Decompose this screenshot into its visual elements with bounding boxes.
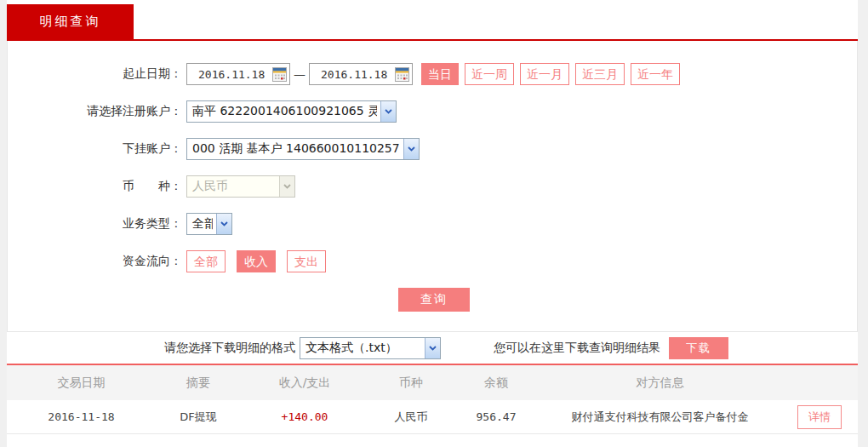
- header-counterparty: 对方信息: [539, 375, 781, 391]
- fund-flow-all-button[interactable]: 全部: [186, 250, 226, 272]
- cell-currency: 人民币: [368, 410, 454, 425]
- cell-income-expense: +140.00: [241, 410, 368, 423]
- chevron-down-icon[interactable]: [425, 338, 440, 358]
- header-trade-date: 交易日期: [7, 375, 156, 391]
- registered-account-row: 请选择注册账户： 南平 6222001406100921065 灵通卡: [8, 100, 857, 123]
- currency-label: 币 种：: [8, 179, 182, 194]
- date-from-value: 2016.11.18: [187, 68, 265, 81]
- cell-summary: DF提现: [156, 410, 241, 425]
- currency-row: 币 种： 人民币: [8, 175, 857, 198]
- download-format-value: 文本格式（.txt）: [300, 341, 397, 356]
- download-format-select[interactable]: 文本格式（.txt）: [300, 337, 441, 359]
- header-balance: 余额: [454, 375, 539, 391]
- query-button[interactable]: 查询: [398, 288, 470, 312]
- fund-flow-label: 资金流向：: [8, 254, 182, 269]
- cell-trade-date: 2016-11-18: [7, 410, 156, 423]
- date-range-row: 起止日期： 2016.11.18 —: [8, 63, 857, 85]
- chevron-down-icon[interactable]: [216, 214, 231, 234]
- sub-account-row: 下挂账户： 000 活期 基本户 1406600101102571848: [8, 138, 857, 160]
- cell-counterparty: 财付通支付科技有限公司客户备付金: [539, 410, 781, 425]
- tab-detail-query[interactable]: 明细查询: [7, 4, 134, 39]
- business-type-row: 业务类型： 全部: [8, 213, 857, 235]
- registered-account-value: 南平 6222001406100921065 灵通卡: [187, 104, 377, 119]
- business-type-value: 全部: [187, 216, 213, 232]
- quick-range-today-button[interactable]: 当日: [421, 63, 459, 85]
- chevron-down-icon[interactable]: [403, 139, 419, 159]
- fund-flow-income-button[interactable]: 收入: [237, 250, 276, 272]
- business-type-select[interactable]: 全部: [186, 213, 232, 235]
- header-income-expense: 收入/支出: [241, 375, 368, 391]
- date-range-label: 起止日期：: [8, 66, 182, 82]
- quick-range-week-button[interactable]: 近一周: [465, 63, 514, 85]
- download-hint: 您可以在这里下载查询明细结果: [494, 341, 660, 356]
- date-range-separator: —: [290, 67, 309, 81]
- header-currency: 币种: [368, 375, 454, 391]
- sub-account-select[interactable]: 000 活期 基本户 1406600101102571848: [186, 138, 420, 160]
- table-header-row: 交易日期 摘要 收入/支出 币种 余额 对方信息: [7, 365, 858, 400]
- business-type-label: 业务类型：: [8, 216, 182, 232]
- registered-account-select[interactable]: 南平 6222001406100921065 灵通卡: [186, 100, 397, 123]
- query-form: 起止日期： 2016.11.18 —: [7, 41, 858, 332]
- tab-label: 明细查询: [40, 14, 101, 30]
- result-table: 交易日期 摘要 收入/支出 币种 余额 对方信息 2016-11-18 DF提现…: [7, 364, 858, 434]
- table-row: 2016-11-18 DF提现 +140.00 人民币 956.47 财付通支付…: [7, 400, 858, 434]
- download-button[interactable]: 下载: [669, 337, 728, 359]
- download-row: 请您选择下载明细的格式 文本格式（.txt） 您可以在这里下载查询明细结果 下载: [7, 332, 858, 364]
- header-summary: 摘要: [156, 375, 241, 391]
- date-to-value: 2016.11.18: [310, 68, 387, 81]
- currency-select: 人民币: [186, 175, 295, 198]
- quick-range-year-button[interactable]: 近一年: [631, 63, 680, 85]
- sub-account-value: 000 活期 基本户 1406600101102571848: [187, 141, 400, 157]
- sub-account-label: 下挂账户：: [8, 141, 182, 157]
- date-from-input[interactable]: 2016.11.18: [186, 63, 290, 85]
- download-format-label: 请您选择下载明细的格式: [164, 341, 295, 356]
- fund-flow-expense-button[interactable]: 支出: [287, 250, 326, 272]
- currency-value: 人民币: [187, 179, 228, 194]
- quick-range-month-button[interactable]: 近一月: [520, 63, 569, 85]
- chevron-down-icon[interactable]: [380, 101, 396, 122]
- content-panel: 明细查询 起止日期： 2016.11.18: [7, 0, 858, 447]
- cell-balance: 956.47: [454, 410, 539, 423]
- chevron-down-icon: [279, 176, 294, 197]
- detail-button[interactable]: 详情: [797, 405, 842, 429]
- quick-range-quarter-button[interactable]: 近三月: [575, 63, 625, 85]
- date-to-input[interactable]: 2016.11.18: [309, 63, 413, 85]
- calendar-icon[interactable]: [272, 67, 287, 82]
- calendar-icon[interactable]: [395, 67, 409, 82]
- fund-flow-row: 资金流向： 全部 收入 支出: [8, 250, 857, 272]
- registered-account-label: 请选择注册账户：: [8, 104, 182, 119]
